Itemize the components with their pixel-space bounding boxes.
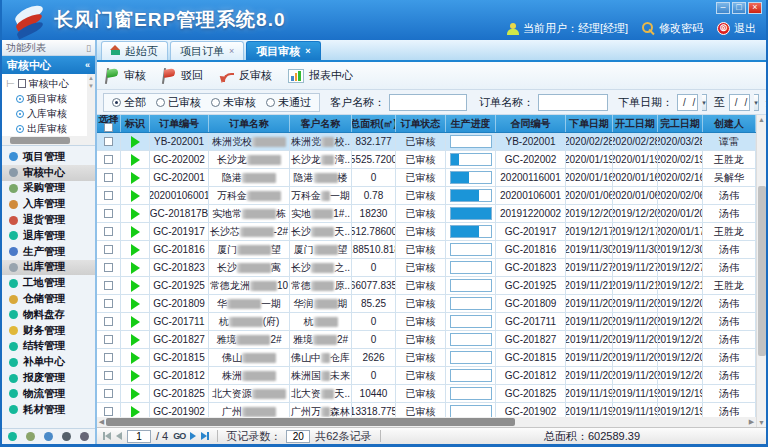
sidebar-item-退库管理[interactable]: 退库管理 bbox=[2, 228, 95, 244]
select-cell[interactable] bbox=[97, 367, 121, 384]
table-row[interactable]: GC-201825北大资源北大资天..10440已审核GC-2018252019… bbox=[97, 385, 756, 403]
column-header-创建人[interactable]: 创建人 bbox=[703, 115, 756, 132]
sidebar-item-补单中心[interactable]: 补单中心 bbox=[2, 354, 95, 370]
column-header-总面积(㎡)[interactable]: 总面积(㎡) bbox=[352, 115, 396, 132]
table-row[interactable]: GC-201812株洲株洲国未来0已审核GC-2018122019/11/202… bbox=[97, 367, 756, 385]
last-page-button[interactable] bbox=[201, 432, 209, 440]
order-date-to-dropdown[interactable]: ▾ bbox=[754, 94, 759, 111]
prev-page-button[interactable] bbox=[116, 432, 122, 440]
overflow-icon[interactable] bbox=[80, 432, 89, 441]
order-date-from-input[interactable]: / / bbox=[677, 94, 698, 111]
radio-已审核[interactable]: 已审核 bbox=[156, 95, 201, 110]
table-row[interactable]: GC-201817B实地常栋实地1#..18230已审核201912200022… bbox=[97, 205, 756, 223]
tree-item[interactable]: 出库审核 bbox=[6, 121, 95, 136]
radio-未通过[interactable]: 未通过 bbox=[266, 95, 311, 110]
table-row[interactable]: YB-202001株洲党校株洲党校..832.177已审核YB-20200120… bbox=[97, 133, 756, 151]
order-name-input[interactable] bbox=[538, 94, 608, 111]
column-header-选择[interactable]: 选择 bbox=[97, 115, 121, 132]
close-button[interactable]: × bbox=[748, 2, 762, 14]
select-cell[interactable] bbox=[97, 277, 121, 294]
table-row[interactable]: GC-201711杭(府)杭0已审核GC-2017112019/11/20201… bbox=[97, 313, 756, 331]
toolbar-button-审核[interactable]: 审核 bbox=[105, 68, 146, 84]
row-checkbox[interactable] bbox=[104, 209, 113, 218]
customer-name-input[interactable] bbox=[389, 94, 467, 111]
select-cell[interactable] bbox=[97, 169, 121, 186]
sidebar-item-入库管理[interactable]: 入库管理 bbox=[2, 196, 95, 212]
column-header-开工日期[interactable]: 开工日期 bbox=[613, 115, 658, 132]
table-row[interactable]: GC-201925常德龙洲10常德原..266077.835..已审核GC-20… bbox=[97, 277, 756, 295]
select-cell[interactable] bbox=[97, 331, 121, 348]
tree-root-audit-center[interactable]: ⊢ 审核中心 bbox=[6, 76, 95, 91]
radio-未审核[interactable]: 未审核 bbox=[211, 95, 256, 110]
column-header-完工日期[interactable]: 完工日期 bbox=[658, 115, 703, 132]
tab-起始页[interactable]: 起始页 bbox=[101, 41, 168, 60]
row-checkbox[interactable] bbox=[104, 245, 113, 254]
select-cell[interactable] bbox=[97, 313, 121, 330]
toolbar-button-反审核[interactable]: 反审核 bbox=[219, 68, 272, 83]
row-checkbox[interactable] bbox=[104, 371, 113, 380]
row-checkbox[interactable] bbox=[104, 407, 113, 416]
tab-项目审核[interactable]: 项目审核× bbox=[246, 41, 320, 60]
dot-teal-icon[interactable] bbox=[8, 432, 17, 441]
column-header-生产进度[interactable]: 生产进度 bbox=[446, 115, 496, 132]
sidebar-item-报废管理[interactable]: 报废管理 bbox=[2, 370, 95, 386]
table-row[interactable]: GC-201917长沙芯-2#长沙天..8512.78600..已审核GC-20… bbox=[97, 223, 756, 241]
table-row[interactable]: GC-201809华一期华润期85.25已审核GC-2018092019/11/… bbox=[97, 295, 756, 313]
sidebar-item-物料盘存[interactable]: 物料盘存 bbox=[2, 307, 95, 323]
column-header-合同编号[interactable]: 合同编号 bbox=[496, 115, 566, 132]
select-cell[interactable] bbox=[97, 205, 121, 222]
tree-item[interactable]: 项目审核 bbox=[6, 91, 95, 106]
select-cell[interactable] bbox=[97, 349, 121, 366]
row-checkbox[interactable] bbox=[104, 281, 113, 290]
go-button[interactable]: GO bbox=[173, 431, 185, 441]
audit-center-panel-header[interactable]: 审核中心 « bbox=[2, 56, 95, 74]
tree-item[interactable]: 入库审核 bbox=[6, 106, 95, 121]
row-checkbox[interactable] bbox=[104, 263, 113, 272]
row-checkbox[interactable] bbox=[104, 227, 113, 236]
tab-项目订单[interactable]: 项目订单× bbox=[170, 41, 244, 60]
cart-icon[interactable] bbox=[26, 432, 35, 441]
select-cell[interactable] bbox=[97, 223, 121, 240]
row-checkbox[interactable] bbox=[104, 335, 113, 344]
page-size-input[interactable] bbox=[286, 430, 310, 443]
row-checkbox[interactable] bbox=[104, 389, 113, 398]
select-cell[interactable] bbox=[97, 133, 121, 150]
sidebar-item-审核中心[interactable]: 审核中心 bbox=[2, 165, 95, 181]
table-row[interactable]: GC-201815佛山佛山中仓库2626已审核GC-2018152019/11/… bbox=[97, 349, 756, 367]
sidebar-item-仓储管理[interactable]: 仓储管理 bbox=[2, 291, 95, 307]
logout-button[interactable]: ⦾ 退出 bbox=[717, 21, 756, 36]
select-all-checkbox[interactable] bbox=[104, 123, 113, 132]
select-cell[interactable] bbox=[97, 295, 121, 312]
order-date-to-input[interactable]: / / bbox=[729, 94, 750, 111]
table-row[interactable]: GC-202001隐港隐港楼0已审核202001160012020/01/162… bbox=[97, 169, 756, 187]
tab-close-icon[interactable]: × bbox=[305, 46, 310, 56]
select-cell[interactable] bbox=[97, 241, 121, 258]
radio-全部[interactable]: 全部 bbox=[112, 95, 146, 110]
sidebar-item-项目管理[interactable]: 项目管理 bbox=[2, 149, 95, 165]
select-cell[interactable] bbox=[97, 385, 121, 402]
toolbar-button-驳回[interactable]: 驳回 bbox=[162, 68, 203, 84]
table-row[interactable]: GC-201823长沙寓长沙之..0已审核GC-2018232019/11/27… bbox=[97, 259, 756, 277]
row-checkbox[interactable] bbox=[104, 191, 113, 200]
leaf-icon[interactable] bbox=[44, 432, 53, 441]
sidebar-item-耗材管理[interactable]: 耗材管理 bbox=[2, 402, 95, 418]
sidebar-item-生产管理[interactable]: 生产管理 bbox=[2, 244, 95, 260]
column-header-标识[interactable]: 标识 bbox=[121, 115, 150, 132]
column-header-订单名称[interactable]: 订单名称 bbox=[209, 115, 290, 132]
sidebar-item-工地管理[interactable]: 工地管理 bbox=[2, 275, 95, 291]
order-date-from-dropdown[interactable]: ▾ bbox=[702, 94, 707, 111]
row-checkbox[interactable] bbox=[104, 299, 113, 308]
column-header-下单日期[interactable]: 下单日期 bbox=[566, 115, 613, 132]
maximize-button[interactable]: □ bbox=[732, 2, 746, 14]
tab-close-icon[interactable]: × bbox=[229, 46, 234, 56]
select-cell[interactable] bbox=[97, 259, 121, 276]
table-vertical-scrollbar[interactable]: ▲▼ bbox=[756, 115, 766, 427]
sidebar-item-出库管理[interactable]: 出库管理 bbox=[2, 260, 95, 276]
row-checkbox[interactable] bbox=[104, 173, 113, 182]
sidebar-item-财务管理[interactable]: 财务管理 bbox=[2, 323, 95, 339]
row-checkbox[interactable] bbox=[104, 353, 113, 362]
sidebar-item-结转管理[interactable]: 结转管理 bbox=[2, 339, 95, 355]
column-header-订单编号[interactable]: 订单编号 bbox=[150, 115, 209, 132]
pin-icon[interactable]: ▯ bbox=[86, 43, 91, 53]
table-row[interactable]: 20200106001万科金万科金一期0.78已审核20200106001202… bbox=[97, 187, 756, 205]
